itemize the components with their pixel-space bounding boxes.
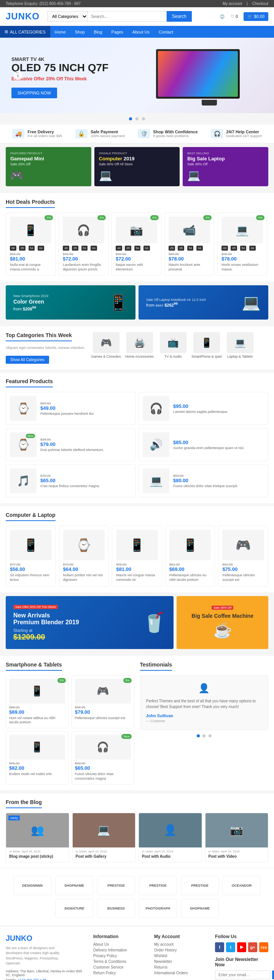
footer-link[interactable]: Delivery Information (93, 948, 147, 952)
logo[interactable]: JUNKO (6, 11, 40, 22)
product-badge: 5% (45, 215, 53, 220)
brand-item[interactable]: SHOPNAME (55, 876, 93, 895)
my-account-link[interactable]: My account (223, 2, 242, 6)
category-laptop[interactable]: 💻 Laptop & Tablets (225, 332, 255, 358)
search-button[interactable]: Search (167, 11, 192, 22)
brand-item[interactable]: DESIGNNNN (13, 876, 51, 895)
nav-all-categories[interactable]: ⊞ ALL CATEGORIES (0, 26, 50, 38)
category-select[interactable]: All Categories (47, 11, 88, 22)
brand-item[interactable]: PRESTIGE (181, 876, 219, 895)
cart-button[interactable]: 🛒 $0.00 (244, 12, 268, 21)
footer-link[interactable]: Customer Service (93, 965, 147, 969)
googleplus-icon[interactable]: g+ (248, 942, 257, 952)
blog-post-sticky[interactable]: sticky 👥 In Slider, April 24, 2019 Blog … (6, 813, 69, 862)
newsletter-input[interactable] (215, 970, 270, 979)
footer-link[interactable]: Terms & Conditions (93, 959, 147, 964)
featured-item[interactable]: 🔊 $85.00 Auctor gravida enim pellentesqu… (139, 428, 268, 461)
brand-item[interactable]: PRESTIGE (139, 876, 177, 895)
promo-computer-label: OnSale Product (99, 152, 175, 155)
product-card[interactable]: New 🎧 $83.00 $65.00 Fusce ultricies dolo… (72, 731, 134, 784)
featured-item[interactable]: 💻 $83.00 $80.00 Fusce ultricies dolor vi… (139, 464, 268, 497)
brand-item[interactable]: signature (55, 899, 93, 918)
footer-link[interactable]: About Us (93, 942, 147, 946)
nav-about[interactable]: About Us (128, 26, 154, 38)
featured-item[interactable]: 🎵 $75.00 $65.00 Cras neque finibus conse… (6, 464, 135, 497)
footer-link[interactable]: Newsletter (154, 959, 207, 964)
promo-gamepad-brand: Gamepad Mini (10, 156, 87, 161)
blog-post-gallery[interactable]: 💻 In Slider, April 24, 2019 Post with Ga… (72, 813, 136, 862)
hero-dot-2[interactable] (135, 117, 139, 120)
promo-gamepad[interactable]: Featured Product Gamepad Mini Sale 20% O… (6, 147, 91, 186)
brand-item[interactable]: OCEANDOR (223, 876, 261, 895)
show-all-categories-button[interactable]: Show All Categories (6, 356, 49, 364)
footer-logo[interactable]: JUNKO (6, 934, 86, 943)
footer-link[interactable]: Order History (154, 948, 207, 952)
category-home[interactable]: 🖨️ Home Accessories (124, 332, 155, 358)
product-card[interactable]: 📱 $95.00 $82.00 Eodem modo vel mattis or… (6, 731, 68, 784)
brand-item[interactable]: PRESTIGE (97, 876, 135, 895)
footer-link[interactable]: Privacy Policy (93, 954, 147, 958)
rss-icon[interactable]: rss (259, 942, 268, 952)
youtube-icon[interactable]: ▶ (237, 942, 246, 952)
category-tv[interactable]: 📺 TV & Audio (158, 332, 188, 358)
featured-item[interactable]: 🎧 $95.00 Laoreet laboris sagitta pellent… (139, 392, 268, 425)
product-card[interactable]: 9% 💻 09: 05: 54: 04 $90.00 $78.00 Morbi … (217, 213, 267, 276)
footer-link[interactable]: My account (154, 942, 207, 946)
brand-item[interactable]: BUSINESS (97, 899, 135, 918)
product-card[interactable]: 📱 $81.00 $69.00 Pellentesque ultricies e… (165, 526, 215, 586)
newsletter-button[interactable]: SUBSCRIBE (272, 970, 274, 979)
product-price-old: $95.00 (116, 563, 158, 566)
testimonial-dot-2[interactable] (202, 734, 206, 737)
category-games[interactable]: 🎮 Games & Consoles (91, 332, 121, 358)
promo-coffee[interactable]: Sale 30% Off Big Sale Coffee Machine ☕ (177, 596, 268, 649)
nav-contact[interactable]: Contact (154, 26, 178, 38)
nav-blog[interactable]: Blog (89, 26, 107, 38)
compare-icon[interactable]: ⚖️ (220, 14, 225, 19)
footer-link[interactable]: Return Policy (93, 971, 147, 975)
hero-prev-arrow[interactable]: ‹ (13, 71, 22, 80)
product-card[interactable]: 📱 $77.00 $56.00 Sit volputem rhoncus sem… (6, 526, 56, 586)
wishlist-icon[interactable]: ♡ 0 (231, 14, 238, 19)
twitter-icon[interactable]: t (226, 942, 235, 952)
hero-shop-button[interactable]: SHOPPING NOW (11, 88, 57, 98)
hero-dot-3[interactable] (142, 117, 145, 120)
product-card[interactable]: 3% 🎧 49: 05: 54: 04 $99.00 $72.00 Laudan… (59, 213, 108, 276)
brand-item[interactable]: SHOPNAME (181, 899, 219, 918)
product-card[interactable]: 3% 🎮 $98.00 $79.00 Pellentesque ultricie… (72, 675, 134, 728)
footer-link[interactable]: International Orders (154, 971, 207, 975)
promo-blender[interactable]: Sale Offer 30% Off This Week New Arrival… (6, 596, 174, 649)
blog-post-video[interactable]: 📷 In Slider, April 24, 2019 Post with Vi… (205, 813, 269, 862)
nav-pages[interactable]: Pages (107, 26, 128, 38)
testimonial-dot-3[interactable] (209, 734, 212, 737)
nav-shop[interactable]: Shop (70, 26, 89, 38)
featured-price: $65.00 (40, 478, 131, 483)
product-card[interactable]: 📱 $95.00 $81.00 Mauris vel congue massa … (112, 526, 162, 586)
brand-item[interactable]: PHOTOGRAPH (139, 899, 177, 918)
blog-post-audio[interactable]: 👤 In Slider, April 24, 2019 Post with Au… (139, 813, 202, 862)
featured-item[interactable]: New ⌚ $38.00 $79.00 Duis pulvinar lobort… (6, 428, 135, 461)
product-timer: 06: 05: 54: 04 (10, 246, 51, 251)
product-card[interactable]: 4% 📹 29: 05: 54: 04 $85.00 $78.00 Mauris… (164, 213, 214, 276)
footer-link[interactable]: Returns (154, 965, 207, 969)
smartphone-section: Smartphone & Tablets 5% 📱 $88.00 $69.00 … (6, 662, 134, 785)
product-card[interactable]: 5% 📱 $88.00 $69.00 Hum vel notare talibu… (6, 675, 68, 728)
search-input[interactable] (88, 11, 167, 22)
featured-item[interactable]: ⌚ $69.00 $49.00 Pellentesque posuere hen… (6, 392, 135, 425)
nav-home[interactable]: Home (50, 26, 70, 38)
category-smartphone[interactable]: 📱 SmartPhone & Ipad (191, 332, 222, 358)
facebook-icon[interactable]: f (215, 942, 224, 952)
product-card[interactable]: ⌚ $72.00 $64.00 Nullam portitor nisl vel… (59, 526, 109, 586)
dual-laptop-banner[interactable]: Sale Off Laptop NoteBook Air 12.5 Inch f… (139, 285, 268, 320)
product-card[interactable]: 🎮 $92.00 $75.00 Pellentesque ultricies s… (218, 526, 268, 586)
dual-smartphone-banner[interactable]: New Smartphone 2019 Color Green from $20… (6, 285, 135, 320)
promo-computer[interactable]: OnSale Product Computer 2019 Sale 30% Of… (94, 147, 180, 186)
product-card[interactable]: 5% 📱 06: 05: 54: 04 $96.00 $81.00 Nulla … (6, 213, 56, 276)
footer: JUNKO We are a team of designers and dev… (0, 926, 274, 980)
testimonial-dot-1[interactable] (197, 734, 200, 737)
promo-laptop[interactable]: Best Selling Big Sale Laptop Sale 30% Of… (183, 147, 268, 186)
phone-text: Telephone Enquiry: (012) 800-456-789 - 9… (6, 2, 81, 6)
hero-dot-1[interactable] (129, 117, 132, 120)
footer-link[interactable]: Wishlist (154, 954, 207, 958)
product-card[interactable]: 8% 📷 44: 05: 54: 04 $90.00 $72.00 Itaque… (112, 213, 161, 276)
checkout-link[interactable]: Checkout (252, 2, 268, 6)
